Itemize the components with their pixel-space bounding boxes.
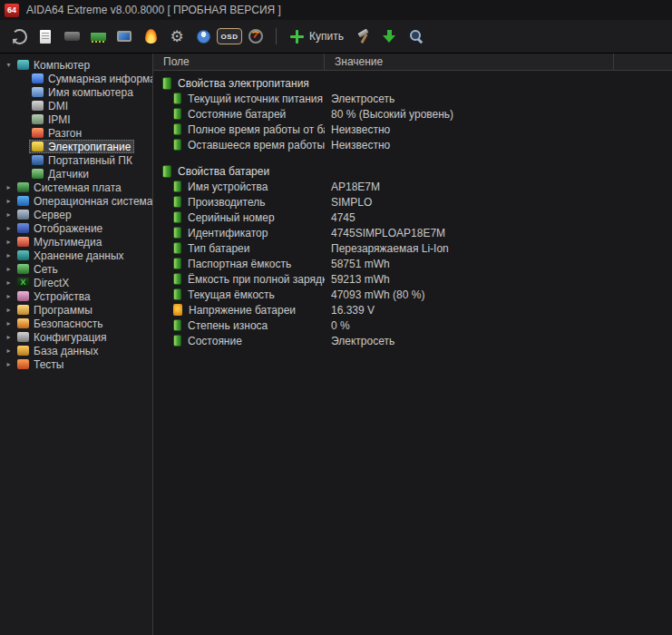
sidebar-item-storage[interactable]: ▸Хранение данных bbox=[0, 249, 152, 262]
table-row[interactable]: Напряжение батареи16.339 V bbox=[153, 302, 672, 318]
chevron-right-icon[interactable]: ▸ bbox=[3, 306, 15, 314]
tree-item-hit-area: Сеть bbox=[15, 262, 62, 276]
report-button[interactable] bbox=[34, 24, 57, 49]
sidebar-item-ipmi[interactable]: IPMI bbox=[0, 112, 152, 126]
field-label: Идентификатор bbox=[188, 227, 268, 239]
chevron-right-icon[interactable]: ▸ bbox=[3, 251, 15, 259]
display-icon bbox=[17, 223, 29, 233]
chevron-right-icon[interactable]: ▸ bbox=[3, 265, 15, 273]
table-row[interactable]: Идентификатор4745SIMPLOAP18E7M bbox=[153, 225, 672, 240]
tree-item-hit-area: Безопасность bbox=[15, 317, 107, 330]
tree-item-hit-area: Конфигурация bbox=[15, 330, 111, 344]
table-row[interactable]: Имя устройстваAP18E7M bbox=[153, 179, 672, 194]
sidebar-item-sensors[interactable]: Датчики bbox=[0, 167, 152, 181]
sidebar-item-mobile-pc[interactable]: Портативный ПК bbox=[0, 153, 152, 167]
gauge-button[interactable] bbox=[244, 24, 268, 49]
chassis-button[interactable] bbox=[60, 24, 83, 49]
tree-item-hit-area: Электропитание bbox=[29, 140, 134, 153]
table-row[interactable]: Ёмкость при полной зарядке59213 mWh bbox=[153, 271, 672, 287]
table-row[interactable]: Тип батареиПерезаряжаемая Li-Ion bbox=[153, 240, 672, 256]
table-row[interactable]: Текущая ёмкость47093 mWh (80 %) bbox=[153, 287, 672, 302]
power-icon bbox=[32, 142, 44, 151]
table-row[interactable]: Степень износа0 % bbox=[153, 318, 672, 333]
chevron-right-icon[interactable]: ▸ bbox=[3, 333, 15, 341]
sidebar-item-directx[interactable]: ▸DirectX bbox=[0, 276, 152, 289]
table-row[interactable]: ПроизводительSIMPLO bbox=[153, 194, 672, 210]
computer-icon bbox=[17, 60, 29, 70]
app-logo-icon: 64 bbox=[5, 4, 19, 17]
summary-icon bbox=[32, 73, 44, 83]
chevron-right-icon[interactable]: ▸ bbox=[3, 278, 15, 287]
sidebar-item-security[interactable]: ▸Безопасность bbox=[0, 317, 152, 330]
osd-button[interactable]: OSD bbox=[218, 24, 241, 49]
services-button[interactable] bbox=[165, 24, 189, 49]
sidebar-item-motherboard[interactable]: ▸Системная плата bbox=[0, 181, 152, 194]
battery-icon bbox=[173, 335, 181, 347]
sidebar-item-database[interactable]: ▸База данных bbox=[0, 344, 152, 357]
download-button[interactable] bbox=[378, 24, 402, 49]
field-cell: Имя устройства bbox=[153, 181, 325, 193]
chevron-down-icon[interactable]: ▾ bbox=[3, 61, 15, 69]
sidebar-item-label: Компьютер bbox=[34, 59, 90, 72]
field-cell: Паспортная ёмкость bbox=[153, 258, 325, 270]
chevron-right-icon[interactable]: ▸ bbox=[3, 347, 15, 355]
section-header-row[interactable]: Свойства электропитания bbox=[153, 75, 672, 91]
table-row[interactable]: Паспортная ёмкость58751 mWh bbox=[153, 256, 672, 271]
table-row[interactable]: Полное время работы от бата...Неизвестно bbox=[153, 122, 672, 137]
gauge-icon bbox=[248, 29, 263, 44]
sidebar-item-multimedia[interactable]: ▸Мультимедиа bbox=[0, 235, 152, 249]
section-header-row[interactable]: Свойства батареи bbox=[153, 163, 672, 179]
sidebar-item-dmi[interactable]: DMI bbox=[0, 99, 152, 112]
value-cell: Перезаряжаемая Li-Ion bbox=[325, 242, 672, 255]
field-cell: Тип батареи bbox=[153, 242, 325, 255]
ipmi-icon bbox=[32, 114, 44, 124]
sidebar-item-network[interactable]: ▸Сеть bbox=[0, 262, 152, 276]
sidebar-item-display[interactable]: ▸Отображение bbox=[0, 221, 152, 235]
laptop-icon bbox=[32, 155, 44, 165]
sidebar-item-programs[interactable]: ▸Программы bbox=[0, 303, 152, 317]
sidebar-item-os[interactable]: ▸Операционная система bbox=[0, 194, 152, 208]
battery-icon bbox=[173, 258, 181, 269]
table-row[interactable]: Состояние батарей80 % (Высокий уровень) bbox=[153, 106, 672, 122]
fire-button[interactable] bbox=[139, 24, 162, 49]
chevron-right-icon[interactable]: ▸ bbox=[3, 319, 15, 327]
field-cell: Идентификатор bbox=[153, 227, 325, 239]
column-header-field[interactable]: Поле bbox=[153, 54, 325, 70]
table-row[interactable]: Текущий источник питанияЭлектросеть bbox=[153, 91, 672, 106]
refresh-icon bbox=[12, 29, 27, 44]
memory-button[interactable] bbox=[86, 24, 110, 49]
sidebar-item-label: Конфигурация bbox=[34, 331, 107, 344]
sidebar-item-power[interactable]: Электропитание bbox=[0, 140, 152, 153]
sidebar-item-config[interactable]: ▸Конфигурация bbox=[0, 330, 152, 344]
sidebar-item-summary[interactable]: Суммарная информация bbox=[0, 72, 152, 85]
monitor-button[interactable] bbox=[112, 24, 136, 49]
table-row[interactable]: Серийный номер4745 bbox=[153, 210, 672, 225]
chevron-right-icon[interactable]: ▸ bbox=[3, 224, 15, 232]
search-button[interactable] bbox=[404, 24, 428, 49]
chevron-right-icon[interactable]: ▸ bbox=[3, 210, 15, 219]
section-title: Свойства батареи bbox=[178, 165, 269, 178]
table-row[interactable]: Оставшееся время работы от ...Неизвестно bbox=[153, 137, 672, 152]
tree-item-hit-area: Датчики bbox=[29, 167, 93, 181]
sidebar-item-label: Мультимедиа bbox=[34, 236, 102, 249]
chevron-right-icon[interactable]: ▸ bbox=[3, 238, 15, 246]
devices-icon bbox=[17, 291, 29, 301]
sidebar-item-tests[interactable]: ▸Тесты bbox=[0, 357, 152, 371]
sidebar-item-overclock[interactable]: Разгон bbox=[0, 126, 152, 140]
chevron-right-icon[interactable]: ▸ bbox=[3, 360, 15, 368]
table-row[interactable]: СостояниеЭлектросеть bbox=[153, 333, 672, 348]
sidebar-item-server[interactable]: ▸Сервер bbox=[0, 208, 152, 221]
sidebar-item-computer-name[interactable]: Имя компьютера bbox=[0, 85, 152, 99]
field-label: Полное время работы от бата... bbox=[188, 123, 325, 136]
sidebar-item-computer[interactable]: ▾Компьютер bbox=[0, 58, 152, 72]
refresh-button[interactable] bbox=[7, 24, 31, 49]
user-button[interactable] bbox=[191, 24, 215, 49]
chevron-right-icon[interactable]: ▸ bbox=[3, 183, 15, 191]
sidebar-item-devices[interactable]: ▸Устройства bbox=[0, 289, 152, 303]
hammer-button[interactable] bbox=[352, 24, 375, 49]
chevron-right-icon[interactable]: ▸ bbox=[3, 197, 15, 205]
tests-icon bbox=[17, 359, 29, 369]
chevron-right-icon[interactable]: ▸ bbox=[3, 292, 15, 300]
column-header-value[interactable]: Значение bbox=[325, 54, 614, 70]
buy-button[interactable]: Купить bbox=[285, 24, 349, 49]
